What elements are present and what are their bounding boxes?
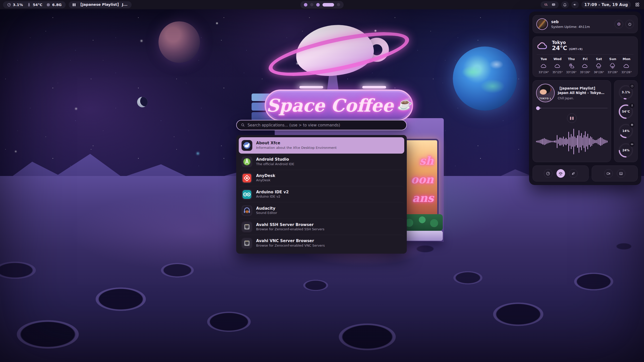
temperature-gauge: 54°C — [618, 104, 634, 120]
app-results-list: About Xfce Information about the Xfce De… — [236, 135, 407, 254]
clock[interactable]: 17:09 - Tue, 19 Aug — [581, 1, 631, 8]
anydesk-icon — [242, 173, 252, 184]
gear-icon: ⚙ — [617, 22, 621, 26]
app-description: The official Android IDE — [256, 162, 294, 166]
user-card: seb System Uptime: 4h11m ⚙ — [533, 15, 638, 33]
screen-record-button[interactable] — [604, 169, 613, 178]
weather-city: Tokyo — [552, 40, 583, 45]
side-panel: seb System Uptime: 4h11m ⚙ Tokyo 24°C — [529, 12, 641, 185]
network-port-icon — [242, 238, 252, 249]
forecast-day-label: Wed — [551, 57, 565, 61]
settings-button[interactable]: ⚙ — [615, 20, 623, 28]
screenshot-button[interactable] — [617, 169, 625, 178]
weather-card: Tokyo 24°C (GMT+9) Tue Wed Thu Fri Sat S… — [533, 36, 638, 77]
app-row-avahi-vnc[interactable]: Avahi VNC Server Browser Browse for Zero… — [239, 235, 404, 251]
wallpaper-icon[interactable] — [551, 3, 556, 7]
audio-visualizer — [536, 124, 608, 159]
image-icon — [619, 171, 623, 176]
pause-icon — [73, 3, 75, 6]
pause-button[interactable] — [567, 113, 577, 123]
power-button[interactable] — [625, 20, 634, 28]
weather-forecast: Tue Wed Thu Fri Sat Sun Mon 33°/24° 35°/… — [537, 57, 633, 74]
leaf-icon — [571, 171, 575, 176]
forecast-temps: 35°/26° — [578, 71, 592, 74]
app-title: Arduino IDE v2 — [256, 190, 289, 195]
system-gauges-card: 3.1% 54°C 14% — [614, 80, 638, 162]
performance-mode-button[interactable] — [544, 169, 552, 178]
notifications-button[interactable] — [561, 1, 569, 8]
powersave-mode-button[interactable] — [569, 169, 578, 178]
app-grid-button[interactable] — [633, 1, 641, 8]
seek-handle[interactable] — [536, 106, 540, 110]
grid-icon — [635, 2, 640, 7]
power-icon — [628, 22, 632, 26]
workspace-dot[interactable] — [337, 3, 340, 6]
xfce-mouse-icon — [242, 140, 252, 151]
desktop: sh oon ans Space Coffee☕ 3.1% — [0, 0, 644, 362]
tray-pill — [541, 1, 559, 8]
forecast-temps: 36°/26° — [592, 71, 606, 74]
album-art-label: TOKYO L — [537, 97, 554, 100]
chip-icon — [46, 3, 50, 7]
workspace-dot[interactable] — [310, 3, 313, 6]
rain-cloud-icon — [596, 63, 602, 69]
app-description: Sound Editor — [256, 211, 277, 215]
forecast-day-label: Mon — [620, 57, 633, 61]
forecast-temps: 33°/26° — [565, 71, 578, 74]
app-row-avahi-ssh[interactable]: Avahi SSH Server Browser Browse for Zero… — [239, 219, 404, 235]
forecast-day-label: Sun — [606, 57, 620, 61]
search-input[interactable] — [248, 123, 402, 127]
now-playing-pill[interactable]: 【Japanese Playlist】 J... — [69, 1, 132, 8]
music-player-card: TOKYO L 【Japanese Playlist】 Japan All Ni… — [533, 80, 611, 162]
app-title: Audacity — [256, 206, 277, 211]
cloud-icon — [537, 40, 548, 52]
app-row-anydesk[interactable]: AnyDesk AnyDesk — [239, 170, 404, 186]
bell-icon — [563, 3, 567, 7]
thermometer-icon — [629, 103, 634, 108]
app-description: Information about the Xfce Desktop Envir… — [256, 146, 337, 150]
cloud-icon — [623, 63, 630, 69]
weather-timezone: (GMT+9) — [569, 48, 582, 51]
clock-text: 17:09 - Tue, 19 Aug — [584, 3, 628, 7]
gauge-icon — [629, 84, 634, 89]
app-title: Avahi SSH Server Browser — [256, 222, 325, 227]
forecast-day-label: Sat — [592, 57, 606, 61]
app-row-arduino[interactable]: Arduino IDE v2 Arduino IDE v2 — [239, 186, 404, 203]
search-icon — [241, 123, 245, 127]
app-title: AnyDesk — [256, 173, 275, 178]
temp-value: 54°C — [33, 3, 42, 7]
forecast-day-label: Fri — [578, 57, 592, 61]
network-port-icon — [242, 221, 252, 232]
app-search-bar[interactable] — [236, 120, 407, 130]
seek-slider[interactable] — [536, 106, 608, 110]
pet-icon[interactable] — [544, 3, 548, 7]
workspace-dot[interactable] — [316, 3, 320, 7]
power-modes-card — [533, 165, 589, 182]
disk-icon — [629, 142, 634, 147]
disk-gauge: 24% — [618, 142, 634, 158]
forecast-temps: 33°/26° — [620, 71, 633, 74]
app-description: Browse for Zeroconf-enabled VNC Servers — [256, 244, 325, 248]
system-uptime: System Uptime: 4h11m — [551, 25, 590, 29]
app-row-about-xfce[interactable]: About Xfce Information about the Xfce De… — [239, 137, 404, 154]
top-bar: 3.1% 54°C 6.8G 【Japanese Playlist】 J... — [0, 0, 644, 9]
app-title: About Xfce — [256, 141, 337, 146]
app-row-audacity[interactable]: Audacity Sound Editor — [239, 202, 404, 219]
cloud-icon — [582, 63, 588, 69]
forecast-day-label: Tue — [537, 57, 551, 61]
cloud-icon — [554, 63, 561, 69]
arduino-icon — [242, 189, 252, 200]
app-row-android-studio[interactable]: Android Studio The official Android IDE — [239, 154, 404, 170]
app-description: Browse for Zeroconf-enabled SSH Servers — [256, 227, 325, 232]
avatar — [536, 18, 548, 30]
sun-cloud-icon — [568, 63, 575, 69]
workspace-dot[interactable] — [323, 3, 334, 7]
pause-icon — [570, 117, 571, 120]
forecast-day-label: Thu — [565, 57, 578, 61]
workspace-indicator — [300, 1, 344, 9]
balanced-mode-button[interactable] — [556, 169, 565, 178]
track-artist: Chill Japan. — [558, 97, 608, 100]
app-description: Arduino IDE v2 — [256, 195, 289, 199]
workspace-dot[interactable] — [304, 3, 307, 7]
volume-button[interactable] — [571, 1, 579, 8]
